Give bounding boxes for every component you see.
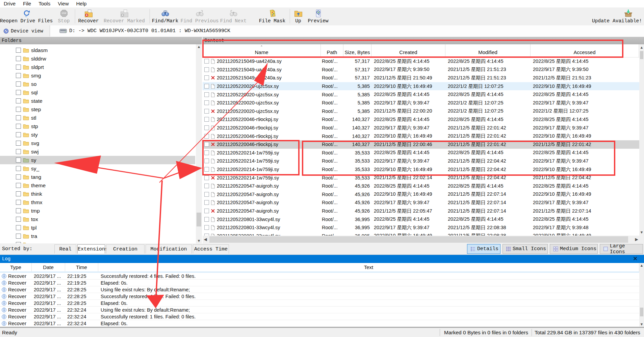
file-row[interactable]: 20211205220801-33wcy4l.syRoot/...36,9952… — [203, 232, 639, 236]
folder-checkbox[interactable] — [16, 191, 21, 196]
folder-tree-item-smg[interactable]: smg — [0, 71, 195, 80]
log-vscrollbar[interactable]: ▲ ▼ — [639, 263, 644, 327]
file-row[interactable]: 20211205215049-ua4240a.syRoot/...57,3172… — [203, 74, 639, 82]
folder-tree-item-sty[interactable]: sty — [0, 130, 195, 139]
file-checkbox[interactable] — [204, 134, 209, 139]
folder-tree-item-sldprt[interactable]: sldprt — [0, 63, 195, 71]
folder-checkbox[interactable] — [16, 65, 21, 70]
file-checkbox[interactable] — [204, 159, 209, 163]
file-row[interactable]: 20211205220547-auigroh.syRoot/...45,9262… — [203, 207, 639, 215]
folder-tree-item-tra[interactable]: tra — [0, 232, 195, 240]
file-row[interactable]: 20211205220214-1w759ji.syRoot/...35,5332… — [203, 157, 639, 165]
details-button[interactable]: Details — [467, 244, 500, 254]
file-row[interactable]: 20211205220046-r9ockpj.syRoot/...140,327… — [203, 132, 639, 140]
sort-tab-creation-time[interactable]: Creation Time — [106, 244, 145, 254]
file-row[interactable]: 20211205220801-33wcy4l.syRoot/...36,9952… — [203, 223, 639, 232]
folder-tree-item-so[interactable]: so — [0, 80, 195, 88]
folder-tree-item-stl[interactable]: stl — [0, 114, 195, 122]
file-row[interactable]: 20211205220214-1w759ji.syRoot/...35,5332… — [203, 149, 639, 157]
file-row[interactable]: 20211205220801-33wcy4l.syRoot/...36,9952… — [203, 215, 639, 223]
menu-item-help[interactable]: Help — [72, 0, 90, 7]
column-header-name[interactable]: ⌃Name — [203, 44, 321, 57]
folder-tree-item-thmx[interactable]: thmx — [0, 198, 195, 207]
file-row[interactable]: 20211205220547-auigroh.syRoot/...45,9262… — [203, 190, 639, 199]
menu-item-tools[interactable]: Tools — [35, 0, 54, 7]
small-icons-button[interactable]: Small Icons — [503, 244, 548, 254]
folder-checkbox[interactable] — [16, 107, 21, 112]
menu-item-view[interactable]: View — [54, 0, 72, 7]
file-row[interactable]: 20211205220020-ujzc5sx.syRoot/...5,38520… — [203, 90, 639, 99]
sort-tab-access-time[interactable]: Access Time — [193, 244, 229, 254]
folder-checkbox[interactable] — [16, 124, 21, 129]
folder-tree-item-think[interactable]: think — [0, 190, 195, 198]
file-checkbox[interactable] — [204, 84, 209, 89]
device-view-tab[interactable]: Device view — [0, 25, 50, 37]
file-checkbox[interactable] — [204, 67, 209, 72]
column-header-size-bytes[interactable]: Size, Bytes — [343, 44, 371, 57]
file-row[interactable]: 20211205220020-ujzc5sx.syRoot/...5,38520… — [203, 82, 639, 91]
file-row[interactable]: 20211205220214-1w759ji.syRoot/...35,5332… — [203, 165, 639, 174]
column-header-path[interactable]: Path — [321, 44, 343, 57]
folder-tree-item-svg[interactable]: svg — [0, 139, 195, 147]
file-checkbox[interactable] — [204, 125, 209, 130]
file-checkbox[interactable] — [204, 142, 209, 147]
folder-tree-item-sldasm[interactable]: sldasm — [0, 46, 195, 54]
file-checkbox[interactable] — [204, 75, 209, 80]
content-hscrollbar[interactable]: ◀ ▶ — [203, 236, 639, 243]
folder-checkbox[interactable] — [16, 81, 21, 87]
content-vscrollbar[interactable]: ▲ ▼ — [639, 44, 644, 236]
find-mark-button[interactable]: Find/Mark — [150, 8, 180, 25]
up-button[interactable]: Up — [290, 8, 306, 25]
folder-tree-item-tpl[interactable]: tpl — [0, 223, 195, 232]
file-checkbox[interactable] — [204, 209, 209, 213]
content-hscrollbar-thumb[interactable] — [209, 236, 628, 243]
file-checkbox[interactable] — [204, 184, 209, 188]
folder-checkbox[interactable] — [16, 234, 21, 239]
folder-tree-item-state[interactable]: state — [0, 97, 195, 105]
scroll-up-icon[interactable]: ▲ — [196, 44, 202, 49]
preview-button[interactable]: Preview — [306, 8, 330, 25]
file-checkbox[interactable] — [204, 109, 209, 114]
folder-tree-item-theme[interactable]: theme — [0, 181, 195, 190]
reopen-drive-files-button[interactable]: Reopen Drive Files — [1, 8, 52, 25]
file-checkbox[interactable] — [204, 150, 209, 155]
log-column-header-type[interactable]: Type — [0, 263, 32, 271]
file-mask-button[interactable]: File Mask — [257, 8, 287, 25]
content-vscrollbar-thumb[interactable] — [640, 51, 643, 59]
folder-tree-item-slddrw[interactable]: slddrw — [0, 54, 195, 63]
file-row[interactable]: 20211205220020-ujzc5sx.syRoot/...5,38520… — [203, 107, 639, 116]
folder-checkbox[interactable] — [16, 132, 21, 137]
folder-checkbox[interactable] — [16, 56, 21, 61]
sort-tab-extensions[interactable]: Extensions — [77, 244, 105, 254]
scroll-left-icon[interactable]: ◀ — [203, 236, 208, 243]
recover-button[interactable]: Recover — [76, 8, 101, 25]
scroll-down-icon[interactable]: ▼ — [639, 322, 644, 327]
log-row[interactable]: Recover2022/9/17 ...22:19:25Successfully… — [0, 273, 639, 280]
folder-checkbox[interactable] — [16, 73, 21, 78]
file-checkbox[interactable] — [204, 200, 209, 205]
file-row[interactable]: 20211205220547-auigroh.syRoot/...45,9262… — [203, 182, 639, 190]
folder-checkbox[interactable] — [16, 115, 21, 120]
folder-tree-item-tox[interactable]: tox — [0, 215, 195, 223]
file-row[interactable]: 20211205220046-r9ockpj.syRoot/...140,327… — [203, 140, 639, 149]
log-row[interactable]: Recover2022/9/17 ...22:28:25Elapsed: 0s. — [0, 300, 639, 307]
file-checkbox[interactable] — [204, 167, 209, 172]
file-row[interactable]: 20211205220547-auigroh.syRoot/...45,9262… — [203, 198, 639, 207]
menu-item-file[interactable]: File — [19, 0, 35, 7]
folder-checkbox[interactable] — [16, 208, 21, 213]
sort-tab-modification-time[interactable]: Modification Time — [146, 244, 192, 254]
file-row[interactable]: 20211205220020-ujzc5sx.syRoot/...5,38520… — [203, 99, 639, 107]
folder-checkbox[interactable] — [16, 48, 21, 53]
folder-checkbox[interactable] — [16, 225, 21, 230]
file-checkbox[interactable] — [204, 175, 209, 180]
file-checkbox[interactable] — [204, 192, 209, 197]
medium-icons-button[interactable]: Medium Icons — [550, 244, 598, 254]
file-row[interactable]: 20211205220046-r9ockpj.syRoot/...140,327… — [203, 115, 639, 124]
scroll-up-icon[interactable]: ▲ — [639, 263, 644, 268]
log-column-header-text[interactable]: Text — [98, 263, 639, 271]
folder-tree-item-swj[interactable]: swj — [0, 147, 195, 156]
log-row[interactable]: Recover2022/9/17 ...22:32:24Successfully… — [0, 313, 639, 320]
update-available-button[interactable]: Update Available! — [592, 8, 642, 25]
folder-tree-item-step[interactable]: step — [0, 105, 195, 114]
file-row[interactable]: 20211205220046-r9ockpj.syRoot/...140,327… — [203, 124, 639, 132]
